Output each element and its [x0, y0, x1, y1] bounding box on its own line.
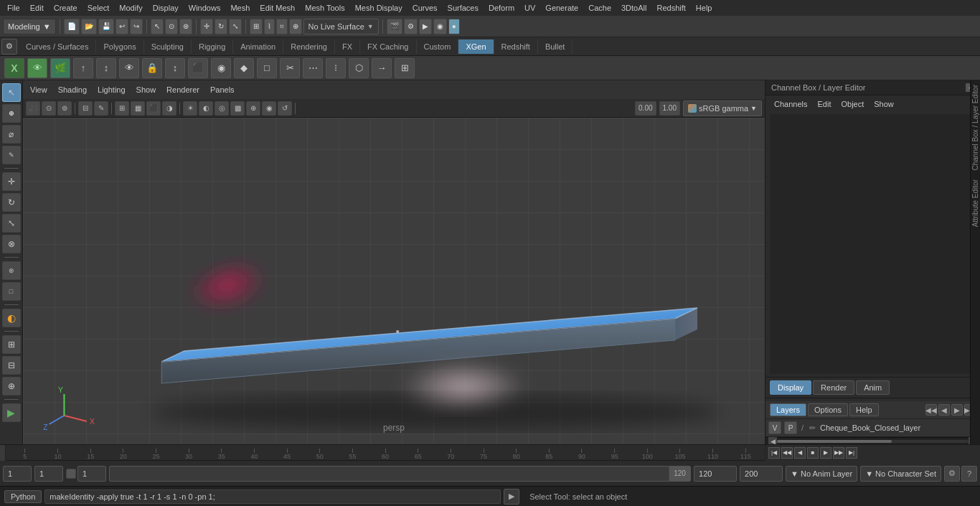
- select-tool-btn[interactable]: ↖: [151, 19, 164, 34]
- xgen-btn-box[interactable]: ⬛: [188, 58, 208, 78]
- vp-camera-btn[interactable]: 🎥: [26, 101, 40, 116]
- xgen-btn-ud2[interactable]: ↕: [165, 58, 185, 78]
- play-fwd-btn[interactable]: ▶▶: [833, 447, 844, 459]
- vp-backface-btn[interactable]: ◉: [262, 101, 276, 116]
- menu-create[interactable]: Create: [50, 2, 82, 14]
- open-scene-btn[interactable]: 📂: [81, 19, 97, 34]
- step-back-btn[interactable]: ◀: [794, 447, 806, 459]
- layer-nav-prev-btn[interactable]: ◀: [938, 404, 950, 416]
- vp-aa-btn[interactable]: ▩: [230, 101, 245, 116]
- snap-edge-left[interactable]: ⊟: [2, 356, 21, 375]
- menu-generate[interactable]: Generate: [541, 2, 583, 14]
- xgen-btn-dots[interactable]: ⋯: [303, 58, 323, 78]
- new-scene-btn[interactable]: 📄: [64, 19, 80, 34]
- redo-btn[interactable]: ↪: [130, 19, 143, 34]
- vp-lighting-btn[interactable]: ☀: [183, 101, 197, 116]
- paint-left-btn[interactable]: ✎: [2, 146, 21, 164]
- menu-edit[interactable]: Edit: [26, 2, 48, 14]
- ch-menu-object[interactable]: Object: [837, 98, 868, 110]
- vp-grid2-btn[interactable]: ▦: [131, 101, 145, 116]
- vp-paint-btn[interactable]: ✎: [94, 101, 108, 116]
- xgen-btn-lock[interactable]: 🔒: [142, 58, 162, 78]
- cmd-run-btn[interactable]: ▶: [504, 489, 519, 505]
- select-component-btn[interactable]: ⊕: [2, 104, 21, 123]
- play-back-end-btn[interactable]: |◀: [768, 447, 780, 459]
- render-seq-btn[interactable]: ▶: [419, 19, 432, 34]
- layer-nav-first-btn[interactable]: ◀◀: [925, 404, 937, 416]
- layer-tab-layers[interactable]: Layers: [770, 403, 806, 416]
- color-profile-dropdown[interactable]: sRGB gamma ▼: [683, 100, 762, 116]
- snap-grid-left[interactable]: ⊞: [2, 335, 21, 354]
- render-settings-btn[interactable]: ⚙: [404, 19, 418, 34]
- frame-field2[interactable]: 1: [34, 466, 63, 482]
- tab-animation[interactable]: Animation: [233, 39, 283, 54]
- xgen-btn-mask[interactable]: ⬡: [349, 58, 369, 78]
- frame-end2[interactable]: 120: [694, 466, 737, 482]
- move-btn[interactable]: ✛: [200, 19, 213, 34]
- layer-tab-options[interactable]: Options: [808, 403, 848, 416]
- tab-curves-surfaces[interactable]: Curves / Surfaces: [19, 39, 96, 54]
- right-tab-display[interactable]: Display: [770, 380, 811, 395]
- snap-grid-btn[interactable]: ⊞: [250, 19, 263, 34]
- xgen-sphere-btn[interactable]: ●: [448, 19, 460, 34]
- rotate-btn[interactable]: ↻: [215, 19, 227, 34]
- tab-bullet[interactable]: Bullet: [538, 39, 573, 54]
- xgen-btn-grid[interactable]: ⊞: [395, 58, 415, 78]
- region-select-btn[interactable]: □: [2, 282, 21, 301]
- tab-xgen[interactable]: XGen: [458, 39, 494, 54]
- live-surface-dropdown[interactable]: No Live Surface ▼: [303, 19, 379, 34]
- viewport-menu-renderer[interactable]: Renderer: [162, 84, 204, 95]
- tab-polygons[interactable]: Polygons: [96, 39, 143, 54]
- tab-fx-caching[interactable]: FX Caching: [360, 39, 416, 54]
- xgen-btn-leaf[interactable]: 🌿: [50, 58, 70, 78]
- menu-mesh[interactable]: Mesh: [226, 2, 254, 14]
- menu-cache[interactable]: Cache: [584, 2, 616, 14]
- render-frame-btn[interactable]: 🎬: [387, 19, 402, 34]
- play-fwd-end-btn[interactable]: ▶|: [846, 447, 857, 459]
- viewport-menu-view[interactable]: View: [26, 84, 52, 95]
- tab-sculpting[interactable]: Sculpting: [144, 39, 192, 54]
- vp-grid-btn[interactable]: ⊞: [115, 101, 129, 116]
- command-input[interactable]: [44, 489, 501, 504]
- step-fwd-btn[interactable]: ▶: [820, 447, 831, 459]
- vp-loop-btn[interactable]: ↺: [278, 101, 292, 116]
- ch-menu-edit[interactable]: Edit: [813, 98, 835, 110]
- menu-redshift[interactable]: Redshift: [652, 2, 689, 14]
- menu-file[interactable]: File: [3, 2, 24, 14]
- anim-layer-dropdown[interactable]: ▼ No Anim Layer: [786, 466, 857, 482]
- vp-ao-btn[interactable]: ◎: [215, 101, 229, 116]
- menu-curves[interactable]: Curves: [408, 2, 442, 14]
- canvas-area[interactable]: X Y Z persp: [23, 118, 765, 444]
- xgen-btn-arrow-right[interactable]: →: [372, 58, 392, 78]
- menu-help[interactable]: Help: [692, 2, 717, 14]
- frame-out[interactable]: 200: [740, 466, 783, 482]
- xgen-btn-diamond[interactable]: ◆: [234, 58, 254, 78]
- move-left-btn[interactable]: ✛: [2, 172, 21, 191]
- xgen-btn-eye[interactable]: 👁: [27, 58, 47, 78]
- stop-btn[interactable]: ■: [807, 447, 819, 459]
- soft-select-btn[interactable]: ⊛: [2, 261, 21, 280]
- tab-rendering[interactable]: Rendering: [283, 39, 335, 54]
- undo-btn[interactable]: ↩: [116, 19, 128, 34]
- snap-vert-left[interactable]: ⊕: [2, 377, 21, 395]
- render-left-btn[interactable]: ▶: [2, 403, 21, 422]
- xgen-btn-eye2[interactable]: 👁: [119, 58, 139, 78]
- ch-menu-channels[interactable]: Channels: [770, 98, 811, 110]
- status-help-btn[interactable]: ?: [961, 466, 977, 482]
- layer-tab-help[interactable]: Help: [849, 403, 879, 416]
- snap-point-btn[interactable]: ⊕: [289, 19, 302, 34]
- viewport-menu-show[interactable]: Show: [132, 84, 161, 95]
- timeline-scrollbar[interactable]: 120: [109, 466, 691, 482]
- tab-fx[interactable]: FX: [335, 39, 360, 54]
- vert-label-attribute[interactable]: Attribute Editor: [971, 175, 980, 231]
- scrollbar-track[interactable]: [777, 440, 969, 443]
- select-tool-left[interactable]: ↖: [2, 83, 21, 102]
- vp-shadow-btn[interactable]: ◐: [199, 101, 213, 116]
- menu-display[interactable]: Display: [149, 2, 183, 14]
- layer-nav-next-btn[interactable]: ▶: [951, 404, 963, 416]
- menu-select[interactable]: Select: [83, 2, 114, 14]
- layer-vis-v-btn[interactable]: V: [768, 421, 781, 434]
- char-set-dropdown[interactable]: ▼ No Character Set: [860, 466, 941, 482]
- menu-uv[interactable]: UV: [520, 2, 540, 14]
- menu-mesh-tools[interactable]: Mesh Tools: [301, 2, 349, 14]
